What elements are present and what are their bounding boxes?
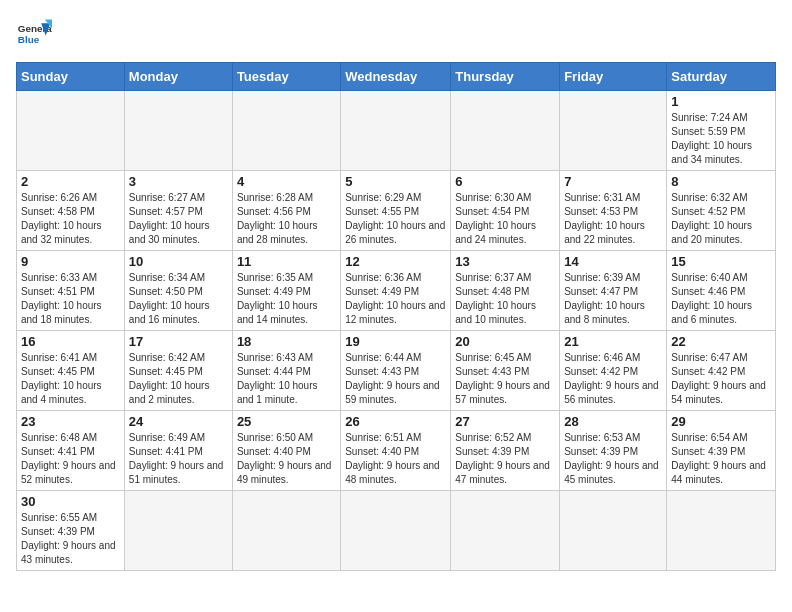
calendar-cell: 12Sunrise: 6:36 AM Sunset: 4:49 PM Dayli… [341,251,451,331]
calendar-cell: 20Sunrise: 6:45 AM Sunset: 4:43 PM Dayli… [451,331,560,411]
calendar-cell: 10Sunrise: 6:34 AM Sunset: 4:50 PM Dayli… [124,251,232,331]
calendar-cell: 1Sunrise: 7:24 AM Sunset: 5:59 PM Daylig… [667,91,776,171]
svg-text:Blue: Blue [18,34,40,45]
calendar-cell [560,91,667,171]
day-info: Sunrise: 6:53 AM Sunset: 4:39 PM Dayligh… [564,431,662,487]
day-number: 18 [237,334,336,349]
day-info: Sunrise: 6:43 AM Sunset: 4:44 PM Dayligh… [237,351,336,407]
day-number: 26 [345,414,446,429]
calendar-cell: 6Sunrise: 6:30 AM Sunset: 4:54 PM Daylig… [451,171,560,251]
day-number: 19 [345,334,446,349]
calendar-cell: 29Sunrise: 6:54 AM Sunset: 4:39 PM Dayli… [667,411,776,491]
calendar-cell: 13Sunrise: 6:37 AM Sunset: 4:48 PM Dayli… [451,251,560,331]
weekday-header-monday: Monday [124,63,232,91]
day-number: 12 [345,254,446,269]
day-info: Sunrise: 6:54 AM Sunset: 4:39 PM Dayligh… [671,431,771,487]
calendar-week-2: 2Sunrise: 6:26 AM Sunset: 4:58 PM Daylig… [17,171,776,251]
calendar-cell: 21Sunrise: 6:46 AM Sunset: 4:42 PM Dayli… [560,331,667,411]
day-number: 1 [671,94,771,109]
day-info: Sunrise: 6:29 AM Sunset: 4:55 PM Dayligh… [345,191,446,247]
day-number: 7 [564,174,662,189]
calendar-week-5: 23Sunrise: 6:48 AM Sunset: 4:41 PM Dayli… [17,411,776,491]
calendar-table: SundayMondayTuesdayWednesdayThursdayFrid… [16,62,776,571]
weekday-header-wednesday: Wednesday [341,63,451,91]
day-number: 4 [237,174,336,189]
day-number: 6 [455,174,555,189]
day-info: Sunrise: 6:42 AM Sunset: 4:45 PM Dayligh… [129,351,228,407]
day-number: 8 [671,174,771,189]
calendar-cell: 14Sunrise: 6:39 AM Sunset: 4:47 PM Dayli… [560,251,667,331]
calendar-cell [17,91,125,171]
generalblue-logo-icon: General Blue [16,16,52,52]
day-number: 29 [671,414,771,429]
day-info: Sunrise: 6:45 AM Sunset: 4:43 PM Dayligh… [455,351,555,407]
calendar-cell: 25Sunrise: 6:50 AM Sunset: 4:40 PM Dayli… [232,411,340,491]
calendar-cell [124,491,232,571]
calendar-cell: 15Sunrise: 6:40 AM Sunset: 4:46 PM Dayli… [667,251,776,331]
day-info: Sunrise: 6:44 AM Sunset: 4:43 PM Dayligh… [345,351,446,407]
calendar-week-3: 9Sunrise: 6:33 AM Sunset: 4:51 PM Daylig… [17,251,776,331]
calendar-cell: 9Sunrise: 6:33 AM Sunset: 4:51 PM Daylig… [17,251,125,331]
day-number: 25 [237,414,336,429]
day-number: 11 [237,254,336,269]
calendar-cell [667,491,776,571]
day-info: Sunrise: 6:26 AM Sunset: 4:58 PM Dayligh… [21,191,120,247]
day-number: 13 [455,254,555,269]
day-info: Sunrise: 6:50 AM Sunset: 4:40 PM Dayligh… [237,431,336,487]
calendar-cell: 19Sunrise: 6:44 AM Sunset: 4:43 PM Dayli… [341,331,451,411]
logo: General Blue [16,16,52,52]
weekday-header-friday: Friday [560,63,667,91]
calendar-cell [341,91,451,171]
calendar-cell: 28Sunrise: 6:53 AM Sunset: 4:39 PM Dayli… [560,411,667,491]
day-info: Sunrise: 6:34 AM Sunset: 4:50 PM Dayligh… [129,271,228,327]
day-number: 30 [21,494,120,509]
calendar-week-4: 16Sunrise: 6:41 AM Sunset: 4:45 PM Dayli… [17,331,776,411]
day-info: Sunrise: 6:30 AM Sunset: 4:54 PM Dayligh… [455,191,555,247]
calendar-cell: 30Sunrise: 6:55 AM Sunset: 4:39 PM Dayli… [17,491,125,571]
calendar-cell: 3Sunrise: 6:27 AM Sunset: 4:57 PM Daylig… [124,171,232,251]
calendar-cell: 23Sunrise: 6:48 AM Sunset: 4:41 PM Dayli… [17,411,125,491]
day-number: 22 [671,334,771,349]
calendar-cell [232,491,340,571]
day-number: 3 [129,174,228,189]
day-number: 2 [21,174,120,189]
calendar-cell [232,91,340,171]
weekday-header-row: SundayMondayTuesdayWednesdayThursdayFrid… [17,63,776,91]
calendar-cell: 18Sunrise: 6:43 AM Sunset: 4:44 PM Dayli… [232,331,340,411]
day-info: Sunrise: 6:37 AM Sunset: 4:48 PM Dayligh… [455,271,555,327]
calendar-cell [560,491,667,571]
day-number: 5 [345,174,446,189]
day-info: Sunrise: 6:33 AM Sunset: 4:51 PM Dayligh… [21,271,120,327]
day-info: Sunrise: 6:31 AM Sunset: 4:53 PM Dayligh… [564,191,662,247]
calendar-cell: 22Sunrise: 6:47 AM Sunset: 4:42 PM Dayli… [667,331,776,411]
calendar-cell: 4Sunrise: 6:28 AM Sunset: 4:56 PM Daylig… [232,171,340,251]
day-info: Sunrise: 7:24 AM Sunset: 5:59 PM Dayligh… [671,111,771,167]
day-info: Sunrise: 6:47 AM Sunset: 4:42 PM Dayligh… [671,351,771,407]
calendar-cell: 11Sunrise: 6:35 AM Sunset: 4:49 PM Dayli… [232,251,340,331]
day-number: 15 [671,254,771,269]
day-info: Sunrise: 6:36 AM Sunset: 4:49 PM Dayligh… [345,271,446,327]
day-info: Sunrise: 6:28 AM Sunset: 4:56 PM Dayligh… [237,191,336,247]
day-info: Sunrise: 6:32 AM Sunset: 4:52 PM Dayligh… [671,191,771,247]
calendar-cell: 7Sunrise: 6:31 AM Sunset: 4:53 PM Daylig… [560,171,667,251]
day-number: 28 [564,414,662,429]
calendar-cell: 5Sunrise: 6:29 AM Sunset: 4:55 PM Daylig… [341,171,451,251]
page-header: General Blue [16,16,776,52]
calendar-cell: 26Sunrise: 6:51 AM Sunset: 4:40 PM Dayli… [341,411,451,491]
day-info: Sunrise: 6:35 AM Sunset: 4:49 PM Dayligh… [237,271,336,327]
calendar-week-6: 30Sunrise: 6:55 AM Sunset: 4:39 PM Dayli… [17,491,776,571]
day-number: 17 [129,334,228,349]
day-info: Sunrise: 6:48 AM Sunset: 4:41 PM Dayligh… [21,431,120,487]
day-info: Sunrise: 6:40 AM Sunset: 4:46 PM Dayligh… [671,271,771,327]
day-number: 27 [455,414,555,429]
day-number: 24 [129,414,228,429]
calendar-cell [451,491,560,571]
weekday-header-tuesday: Tuesday [232,63,340,91]
calendar-cell: 27Sunrise: 6:52 AM Sunset: 4:39 PM Dayli… [451,411,560,491]
calendar-cell [451,91,560,171]
day-info: Sunrise: 6:27 AM Sunset: 4:57 PM Dayligh… [129,191,228,247]
day-number: 20 [455,334,555,349]
day-number: 9 [21,254,120,269]
day-number: 10 [129,254,228,269]
day-number: 14 [564,254,662,269]
